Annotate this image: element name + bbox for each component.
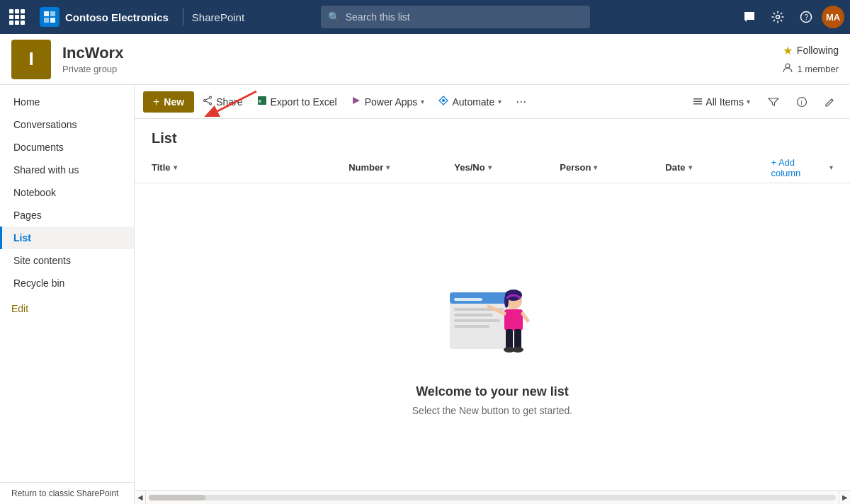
command-bar: + New Share	[135, 85, 850, 119]
site-title: IncWorx	[62, 44, 123, 62]
site-header-left: I IncWorx Private group	[11, 40, 123, 79]
waffle-icon	[9, 9, 25, 25]
edit-view-button[interactable]	[819, 91, 842, 113]
empty-subtitle: Select the New button to get started.	[412, 405, 572, 416]
person-sort-icon: ▾	[594, 164, 597, 171]
export-button[interactable]: x Export to Excel	[251, 91, 343, 112]
column-person[interactable]: Person ▾	[560, 162, 665, 173]
column-number[interactable]: Number ▾	[348, 162, 454, 173]
svg-rect-3	[50, 18, 55, 23]
column-title[interactable]: Title ▾	[152, 156, 348, 178]
help-icon-button[interactable]: ?	[793, 4, 819, 30]
powerapps-button[interactable]: Power Apps ▾	[346, 91, 431, 112]
svg-point-4	[776, 16, 780, 19]
edit-view-icon	[824, 96, 836, 108]
following-button[interactable]: ★ Following	[783, 44, 839, 57]
site-info: IncWorx Private group	[62, 44, 123, 74]
company-logo-icon	[40, 7, 60, 27]
scroll-track[interactable]	[149, 495, 836, 500]
sidebar-item-documents[interactable]: Documents	[0, 136, 134, 159]
add-column-button[interactable]: + Add column ▾	[771, 157, 833, 178]
content-area: + New Share	[135, 85, 850, 504]
sidebar-edit[interactable]: Edit	[0, 297, 134, 320]
search-bar[interactable]: 🔍	[321, 6, 590, 28]
svg-rect-0	[44, 11, 49, 16]
excel-icon: x	[257, 96, 267, 108]
svg-rect-36	[514, 329, 521, 349]
filter-button[interactable]	[762, 91, 785, 113]
add-column-chevron: ▾	[829, 164, 833, 171]
svg-line-12	[205, 98, 209, 100]
sidebar-item-pages[interactable]: Pages	[0, 204, 134, 227]
svg-rect-28	[454, 325, 489, 328]
powerapps-label: Power Apps	[365, 96, 418, 108]
member-count: 1 member	[797, 64, 839, 74]
sidebar-item-notebook[interactable]: Notebook	[0, 181, 134, 204]
sidebar-item-shared[interactable]: Shared with us	[0, 159, 134, 181]
svg-rect-32	[504, 309, 523, 331]
svg-line-34	[523, 314, 528, 321]
svg-point-38	[512, 347, 523, 353]
search-icon: 🔍	[328, 11, 340, 23]
scroll-left-button[interactable]: ◀	[135, 491, 146, 505]
automate-button[interactable]: Automate ▾	[433, 91, 507, 112]
member-info: 1 member	[783, 63, 839, 75]
main-layout: Home Conversations Documents Shared with…	[0, 85, 850, 504]
view-selector[interactable]: All Items ▾	[686, 93, 756, 111]
scroll-right-button[interactable]: ▶	[839, 491, 850, 505]
star-icon: ★	[783, 44, 793, 57]
app-name: SharePoint	[192, 11, 244, 23]
sidebar-item-list[interactable]: List	[0, 227, 134, 249]
share-button[interactable]: Share	[197, 91, 248, 112]
svg-text:i: i	[801, 99, 803, 106]
svg-rect-27	[454, 319, 500, 322]
share-icon	[203, 96, 212, 108]
automate-chevron: ▾	[498, 98, 502, 105]
empty-illustration	[436, 257, 549, 370]
following-label: Following	[797, 45, 839, 56]
view-chevron: ▾	[747, 98, 750, 105]
powerapps-chevron: ▾	[421, 98, 424, 105]
sidebar-item-home[interactable]: Home	[0, 91, 134, 113]
view-label: All Items	[706, 96, 744, 108]
svg-rect-35	[506, 329, 513, 349]
site-subtitle: Private group	[62, 64, 123, 74]
site-logo: I	[11, 40, 51, 79]
sidebar-item-recycle-bin[interactable]: Recycle bin	[0, 272, 134, 294]
topbar-icons: ? MA	[737, 4, 844, 30]
column-yesno[interactable]: Yes/No ▾	[454, 162, 560, 173]
empty-state: Welcome to your new list Select the New …	[135, 183, 850, 490]
svg-point-16	[442, 99, 445, 102]
yesno-sort-icon: ▾	[488, 164, 492, 171]
site-logo-letter: I	[28, 48, 33, 70]
cmd-right: All Items ▾ i	[686, 91, 842, 113]
svg-text:x: x	[259, 98, 261, 103]
automate-label: Automate	[452, 96, 494, 108]
return-classic-link[interactable]: Return to classic SharePoint	[0, 482, 134, 504]
plus-icon: +	[153, 96, 159, 108]
topbar: Contoso Electronics SharePoint 🔍 ? MA	[0, 0, 850, 34]
search-input[interactable]	[346, 11, 583, 23]
settings-icon-button[interactable]	[765, 4, 790, 30]
svg-line-13	[205, 101, 209, 103]
new-button[interactable]: + New	[143, 91, 194, 113]
sidebar-item-site-contents[interactable]: Site contents	[0, 249, 134, 272]
column-date[interactable]: Date ▾	[665, 162, 771, 173]
waffle-button[interactable]	[6, 6, 28, 28]
info-button[interactable]: i	[790, 91, 813, 113]
more-options-button[interactable]: ···	[510, 91, 532, 112]
filter-icon	[768, 96, 779, 108]
company-logo[interactable]: Contoso Electronics	[34, 7, 174, 27]
svg-rect-18	[693, 101, 702, 102]
list-view-icon	[693, 97, 703, 107]
site-header: I IncWorx Private group ★ Following 1 me…	[0, 34, 850, 85]
site-header-right: ★ Following 1 member	[783, 44, 839, 75]
columns-header: Title ▾ Number ▾ Yes/No ▾ Person ▾ Date …	[135, 152, 850, 183]
empty-title: Welcome to your new list	[416, 384, 569, 399]
user-avatar[interactable]: MA	[822, 6, 844, 28]
svg-point-11	[204, 100, 206, 102]
sidebar-item-conversations[interactable]: Conversations	[0, 113, 134, 136]
chat-icon-button[interactable]	[737, 4, 762, 30]
powerapps-icon	[351, 96, 361, 108]
svg-text:?: ?	[805, 13, 809, 21]
